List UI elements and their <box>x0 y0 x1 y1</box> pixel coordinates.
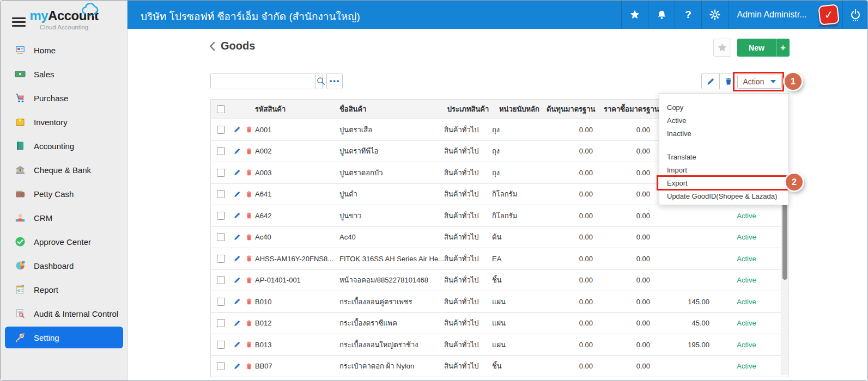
row-checkbox[interactable] <box>217 233 225 241</box>
row-edit-pencil-icon[interactable] <box>233 340 241 349</box>
table-row[interactable]: B012 กระเบื้องตราซีแพค สินค้าทั่วไป แผ่น… <box>211 313 788 335</box>
search-input[interactable] <box>211 73 315 89</box>
table-row[interactable]: B010 กระเบื้องลอนคู่ตราเพชร สินค้าทั่วไป… <box>211 291 788 313</box>
row-delete-trash-icon[interactable] <box>245 125 253 134</box>
row-delete-trash-icon[interactable] <box>245 233 253 242</box>
header-name: ชื่อสินค้า <box>339 103 444 115</box>
favorite-page-button[interactable] <box>713 39 731 57</box>
row-delete-trash-icon[interactable] <box>245 362 253 371</box>
row-edit-pencil-icon[interactable] <box>233 211 241 220</box>
cell-cost: 0.00 <box>547 276 604 284</box>
setting-icon <box>15 332 26 343</box>
menu-item-translate[interactable]: Translate <box>659 151 788 164</box>
row-checkbox[interactable] <box>217 276 225 284</box>
sidebar-item-dashboard[interactable]: Dashboard <box>1 254 128 278</box>
sidebar-item-label: Setting <box>34 333 59 342</box>
row-edit-pencil-icon[interactable] <box>233 276 241 285</box>
menu-item-update-goodid-shopee-lazada[interactable]: Update GoodID(Shopee & Lazada) <box>659 190 788 203</box>
back-chevron-icon[interactable] <box>209 41 215 51</box>
menu-item-active[interactable]: Active <box>659 114 788 127</box>
row-edit-pencil-icon[interactable] <box>233 297 241 306</box>
table-row[interactable]: AHSS-AM16Y-20FNS8... FITOK 316SS AH Seri… <box>211 248 788 270</box>
search-button[interactable] <box>315 73 326 89</box>
row-delete-trash-icon[interactable] <box>245 190 253 199</box>
table-row[interactable]: Ac40 Ac40 สินค้าทั่วไป ต้น 0.00 0.00 Act… <box>211 227 788 249</box>
row-delete-trash-icon[interactable] <box>245 340 253 349</box>
new-button[interactable]: New + <box>737 39 790 57</box>
row-edit-pencil-icon[interactable] <box>233 362 241 371</box>
row-delete-trash-icon[interactable] <box>245 168 253 177</box>
cloud-icon <box>80 3 101 17</box>
row-delete-trash-icon[interactable] <box>245 254 253 263</box>
sidebar-item-petty-cash[interactable]: Petty Cash <box>1 182 128 206</box>
new-plus-button[interactable]: + <box>776 39 790 57</box>
settings-gear-icon[interactable] <box>701 1 728 29</box>
notifications-bell-icon[interactable] <box>648 1 675 29</box>
header-unit: หน่วยนับหลัก <box>492 103 547 115</box>
cell-unit: ถุง <box>492 167 547 179</box>
row-edit-pencil-icon[interactable] <box>233 254 241 263</box>
row-edit-pencil-icon[interactable] <box>233 168 241 177</box>
row-checkbox[interactable] <box>217 255 225 263</box>
sidebar-item-label: Audit & Internal Control <box>34 309 118 318</box>
sidebar-item-inventory[interactable]: Inventory <box>1 110 128 134</box>
sidebar-item-home[interactable]: Home <box>1 38 128 62</box>
menu-item-copy[interactable]: Copy <box>659 101 788 114</box>
prosoft-logo-caption: PROSOFT <box>815 24 842 28</box>
cell-sale: 195.00 <box>664 341 725 349</box>
row-edit-pencil-icon[interactable] <box>233 147 241 156</box>
table-row[interactable]: B013 กระเบื้องลอนใหญ่ตราช้าง สินค้าทั่วไ… <box>211 334 788 356</box>
row-checkbox[interactable] <box>217 212 225 220</box>
menu-item-inactive[interactable]: Inactive <box>659 127 788 140</box>
more-options-button[interactable]: ●●● <box>326 73 343 89</box>
cell-unit: กิโลกรัม <box>492 188 547 200</box>
row-checkbox[interactable] <box>217 319 225 327</box>
cell-sale: 45.00 <box>664 319 725 327</box>
sidebar-item-purchase[interactable]: Purchase <box>1 86 128 110</box>
main-content: Goods New + ●●● Action <box>128 29 867 380</box>
topbar: บริษัท โปรซอฟท์ ซีอาร์เอ็ม จำกัด (สำนักง… <box>128 1 867 29</box>
row-edit-pencil-icon[interactable] <box>233 190 241 199</box>
row-edit-pencil-icon[interactable] <box>233 233 241 242</box>
logout-power-icon[interactable] <box>842 1 867 29</box>
row-checkbox[interactable] <box>217 169 225 177</box>
row-checkbox[interactable] <box>217 126 225 134</box>
table-row[interactable]: BB07 กระเป๋าคาดอก ผ้า Nylon สินค้าทั่วไป… <box>211 356 788 378</box>
row-delete-trash-icon[interactable] <box>245 297 253 306</box>
row-delete-trash-icon[interactable] <box>245 211 253 220</box>
cell-cost: 0.00 <box>547 169 604 177</box>
row-checkbox[interactable] <box>217 341 225 349</box>
menu-item-import[interactable]: Import <box>659 164 788 177</box>
sidebar-item-crm[interactable]: CRM <box>1 206 128 230</box>
row-checkbox[interactable] <box>217 362 225 370</box>
row-checkbox[interactable] <box>217 298 225 306</box>
sidebar-item-audit-internal-control[interactable]: Audit & Internal Control <box>1 302 128 325</box>
sidebar-item-approve-center[interactable]: Approve Center <box>1 230 128 254</box>
favorites-star-icon[interactable] <box>621 1 648 29</box>
row-delete-trash-icon[interactable] <box>245 276 253 285</box>
delete-button[interactable] <box>719 73 737 89</box>
row-checkbox[interactable] <box>217 147 225 155</box>
user-menu[interactable]: Admin Administr... <box>728 1 815 29</box>
row-edit-pencil-icon[interactable] <box>233 125 241 134</box>
sidebar-item-sales[interactable]: Sales <box>1 62 128 86</box>
cell-type: สินค้าทั่วไป <box>444 210 492 222</box>
sidebar-item-label: Cheque & Bank <box>34 165 91 175</box>
select-all-checkbox[interactable] <box>217 105 225 113</box>
table-row[interactable]: AP-01401-001 หน้าจอคอม/8852278101468 สิน… <box>211 270 788 292</box>
sidebar-item-setting[interactable]: Setting <box>5 327 123 348</box>
row-edit-pencil-icon[interactable] <box>233 319 241 328</box>
row-delete-trash-icon[interactable] <box>245 147 253 156</box>
row-checkbox[interactable] <box>217 190 225 198</box>
sidebar-item-report[interactable]: $ Report <box>1 278 128 302</box>
cell-purchase: 0.00 <box>604 341 664 349</box>
table-row[interactable]: A642 ปูนขาว สินค้าทั่วไป กิโลกรัม 0.00 0… <box>211 205 788 227</box>
cell-unit: ถุง <box>492 124 547 136</box>
help-icon[interactable]: ? <box>675 1 701 29</box>
sidebar-item-cheque-bank[interactable]: $ Cheque & Bank <box>1 158 128 182</box>
row-delete-trash-icon[interactable] <box>245 319 253 328</box>
edit-button[interactable] <box>702 73 719 89</box>
sidebar-item-accounting[interactable]: Accounting <box>1 134 128 158</box>
menu-item-export[interactable]: Export <box>659 177 788 190</box>
action-dropdown-button[interactable]: Action <box>737 75 782 89</box>
